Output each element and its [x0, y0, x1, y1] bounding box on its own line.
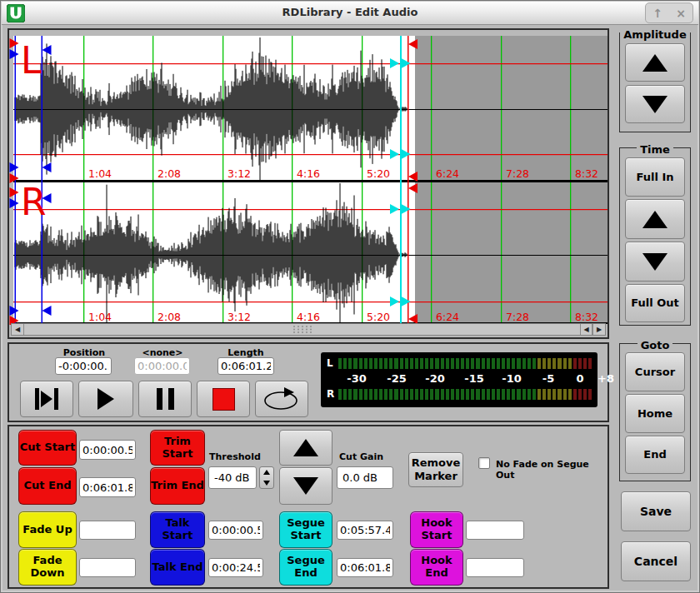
- gain-up-button[interactable]: [279, 430, 332, 466]
- svg-text:2:08: 2:08: [158, 311, 181, 323]
- transport-panel: Position <none> Length L: [8, 342, 609, 422]
- marker-position-field: [134, 357, 190, 375]
- amplitude-down-icon: [642, 96, 668, 113]
- waveform-hscrollbar[interactable]: ◀ ◀ ▶: [11, 323, 606, 336]
- edit-audio-window: RDLibrary - Edit Audio ↑ × LR1:041:042:0…: [0, 0, 700, 593]
- trim-end-button[interactable]: Trim End: [150, 467, 205, 505]
- threshold-spin-down-icon[interactable]: [260, 478, 273, 489]
- window-controls: ↑ ×: [645, 2, 693, 23]
- talk-start-button[interactable]: Talk Start: [150, 511, 205, 548]
- time-zoom-in-button[interactable]: [625, 199, 685, 239]
- svg-text:5:20: 5:20: [367, 167, 390, 180]
- hook-end-field[interactable]: [466, 558, 524, 577]
- trim-start-button[interactable]: Trim Start: [150, 430, 205, 466]
- goto-group: Goto Cursor Home End: [619, 343, 691, 481]
- goto-end-button[interactable]: End: [625, 436, 685, 474]
- play-button[interactable]: [78, 381, 133, 417]
- window-title: RDLibrary - Edit Audio: [2, 6, 698, 18]
- time-full-in-button[interactable]: Full In: [625, 157, 685, 197]
- time-full-out-button[interactable]: Full Out: [625, 284, 685, 322]
- svg-text:6:24: 6:24: [436, 311, 459, 323]
- pause-button[interactable]: [138, 381, 192, 417]
- talk-end-button[interactable]: Talk End: [150, 549, 205, 586]
- cut-start-field[interactable]: [79, 440, 136, 460]
- meter-right-label: R: [327, 388, 334, 400]
- svg-text:7:28: 7:28: [506, 167, 529, 180]
- meter-right-bar: [338, 389, 592, 400]
- meter-scale: -30-25-20-15-10-50+8: [338, 372, 592, 386]
- time-zoom-out-button[interactable]: [625, 242, 685, 282]
- svg-text:8:32: 8:32: [575, 167, 598, 180]
- svg-text:1:04: 1:04: [88, 167, 112, 180]
- threshold-label: Threshold: [202, 451, 274, 462]
- amplitude-down-button[interactable]: [625, 85, 685, 123]
- loop-icon: [262, 386, 301, 411]
- segue-end-button[interactable]: Segue End: [279, 549, 332, 586]
- scroll-right-button[interactable]: ▶: [592, 324, 605, 335]
- amplitude-group: Amplitude: [619, 32, 691, 132]
- channel-right-label: R: [21, 181, 47, 223]
- cut-end-field[interactable]: [79, 477, 136, 497]
- svg-text:7:28: 7:28: [506, 311, 529, 323]
- scroll-left-button-2[interactable]: ◀: [580, 324, 592, 335]
- svg-text:1:04: 1:04: [88, 311, 112, 323]
- goto-group-title: Goto: [638, 339, 673, 351]
- cut-end-button[interactable]: Cut End: [18, 467, 77, 505]
- cut-gain-field[interactable]: [337, 466, 393, 489]
- pause-icon-2: [168, 388, 174, 410]
- svg-text:3:12: 3:12: [228, 167, 251, 180]
- svg-text:3:12: 3:12: [228, 311, 251, 323]
- threshold-spin-up-icon[interactable]: [260, 467, 273, 478]
- time-zoom-in-icon: [642, 211, 668, 228]
- fade-up-field[interactable]: [79, 521, 136, 540]
- svg-text:4:16: 4:16: [297, 311, 320, 323]
- goto-home-button[interactable]: Home: [625, 394, 685, 433]
- svg-text:6:24: 6:24: [436, 167, 459, 180]
- scroll-left-button[interactable]: ◀: [12, 324, 24, 335]
- no-fade-checkbox[interactable]: [478, 457, 490, 469]
- cut-gain-label: Cut Gain: [334, 451, 401, 462]
- cancel-button[interactable]: Cancel: [621, 541, 691, 581]
- position-field[interactable]: [55, 357, 112, 375]
- gain-down-button[interactable]: [279, 467, 332, 505]
- svg-text:8:32: 8:32: [575, 311, 598, 323]
- save-button[interactable]: Save: [621, 491, 691, 531]
- close-icon[interactable]: ×: [676, 7, 686, 19]
- cue-play-button[interactable]: [20, 381, 73, 417]
- loop-button[interactable]: [255, 381, 308, 417]
- segue-start-button[interactable]: Segue Start: [279, 511, 332, 548]
- gain-down-icon: [293, 477, 318, 495]
- hook-start-button[interactable]: Hook Start: [410, 511, 463, 548]
- amplitude-up-button[interactable]: [625, 43, 685, 82]
- waveform-area[interactable]: LR1:041:042:082:083:123:124:164:165:205:…: [9, 30, 608, 325]
- time-zoom-out-icon: [642, 253, 668, 271]
- fade-down-button[interactable]: Fade Down: [18, 549, 77, 586]
- play-icon: [98, 388, 114, 410]
- hook-start-field[interactable]: [466, 521, 524, 540]
- segue-end-field[interactable]: [337, 558, 393, 577]
- hook-end-button[interactable]: Hook End: [410, 549, 463, 586]
- cut-start-button[interactable]: Cut Start: [18, 430, 77, 466]
- svg-text:2:08: 2:08: [158, 167, 181, 180]
- fade-up-button[interactable]: Fade Up: [18, 511, 77, 548]
- segue-start-field[interactable]: [337, 521, 393, 540]
- threshold-spinner[interactable]: [259, 466, 274, 489]
- remove-marker-button[interactable]: Remove Marker: [408, 452, 463, 487]
- shade-icon[interactable]: ↑: [652, 7, 662, 19]
- scroll-thumb[interactable]: [24, 324, 580, 335]
- level-meter: L -30-25-20-15-10-50+8 R: [321, 352, 598, 407]
- length-field[interactable]: [218, 357, 274, 375]
- meter-left-label: L: [327, 357, 333, 369]
- threshold-field[interactable]: [208, 466, 257, 489]
- talk-start-field[interactable]: [208, 521, 263, 540]
- goto-cursor-button[interactable]: Cursor: [625, 352, 685, 391]
- meter-left-bar: [338, 358, 592, 369]
- cue-play-icon: [41, 391, 52, 407]
- time-group: Time Full In Full Out: [619, 147, 691, 326]
- stop-button[interactable]: [197, 381, 250, 417]
- talk-end-field[interactable]: [208, 558, 263, 577]
- stop-icon: [212, 388, 235, 411]
- svg-text:4:16: 4:16: [297, 167, 320, 180]
- waveform-svg[interactable]: LR1:041:042:082:083:123:124:164:165:205:…: [9, 30, 608, 325]
- fade-down-field[interactable]: [79, 558, 136, 577]
